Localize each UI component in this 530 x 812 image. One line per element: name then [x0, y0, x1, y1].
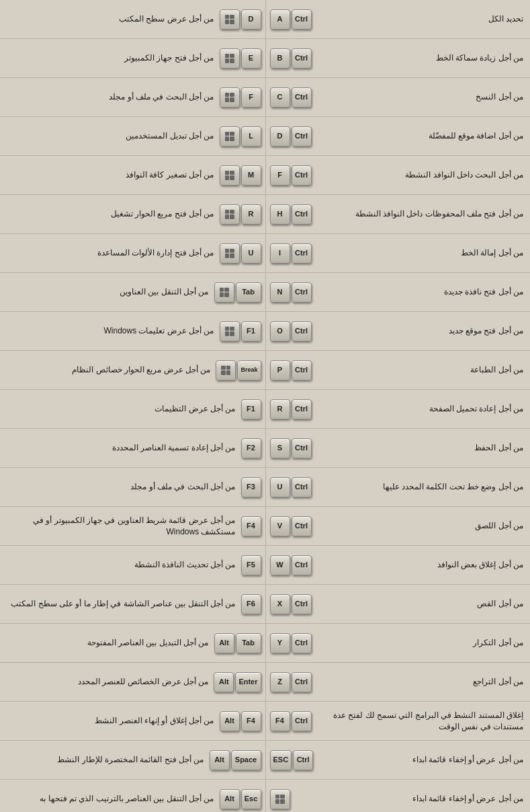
left-key-area: F4Alt — [220, 711, 261, 731]
right-half: من أجل زيادة سماكة الخطCtrlB — [265, 39, 531, 77]
left-half: M من أجل تصغير كافة النوافذ — [0, 156, 265, 194]
key-⊞ — [220, 9, 240, 30]
right-key-area: CtrlN — [270, 282, 312, 302]
left-key-area: F5 — [241, 555, 261, 575]
key-⊞ — [220, 165, 240, 186]
left-half: F3من أجل البحث في ملف أو مجلد — [0, 468, 265, 506]
left-key-area: EscAlt — [220, 789, 261, 809]
key-z: Z — [270, 672, 290, 692]
right-key-area: CtrlY — [270, 633, 312, 653]
left-half: F6من أجل التنقل بين عناصر الشاشة في إطار… — [0, 585, 265, 623]
left-description: من أجل عرض تعليمات Windows — [4, 324, 217, 338]
main-container: تحديد الكلCtrlAD من أجل عرض سطح المكتبمن… — [0, 0, 530, 812]
right-description: من أجل التراجع — [314, 675, 527, 689]
right-key-area — [270, 789, 290, 809]
left-description: من أجل فتح جهاز الكمبيوتر — [4, 51, 217, 65]
right-half: تحديد الكلCtrlA — [265, 0, 531, 38]
right-half: من أجل فتح نافذة جديدةCtrlN — [265, 273, 531, 311]
key-⊞ — [220, 87, 240, 108]
right-half: من أجل إعادة تحميل الصفحةCtrlR — [265, 390, 531, 428]
right-half: من أجل التراجعCtrlZ — [265, 663, 531, 701]
key-tab: Tab — [236, 282, 261, 302]
table-row: من أجل عرض أو إخفاء قائمة ابداءCtrlESCSp… — [0, 741, 530, 780]
table-row: تحديد الكلCtrlAD من أجل عرض سطح المكتب — [0, 0, 530, 39]
key-f6: F6 — [241, 594, 261, 614]
key-ctrl: Ctrl — [292, 555, 312, 575]
left-description: من أجل عرض مربع الحوار خصائص النظام — [4, 363, 213, 377]
left-description: من أجل البحث في ملف أو مجلد — [4, 90, 217, 104]
left-half: Tab من أجل التنقل بين العناوين — [0, 273, 265, 311]
left-half: SpaceAltمن أجل فتح القائمة المختصرة للإط… — [0, 741, 265, 779]
right-key-area: CtrlF — [270, 165, 312, 186]
left-half: TabAltمن أجل التبديل بين العناصر المفتوح… — [0, 624, 265, 662]
key-f2: F2 — [241, 438, 261, 458]
key-ctrl: Ctrl — [292, 633, 312, 653]
left-description: من أجل عرض التظيمات — [4, 402, 238, 416]
right-description: من أجل عرض أو إخفاء قائمة ابداء — [316, 753, 526, 767]
right-half: من أجل فتح ملف المحفوظات داخل النوافذ ال… — [265, 195, 531, 233]
key-alt: Alt — [214, 672, 234, 692]
right-half: من أجل عرض أو إخفاء قائمة ابداءCtrlESC — [265, 741, 531, 779]
right-key-area: CtrlZ — [270, 672, 312, 692]
left-key-area: F — [220, 87, 261, 108]
right-description: من أجل التكرار — [314, 636, 527, 650]
right-description: من أجل اللصق — [314, 519, 527, 533]
table-row: من أجل فتح موقع جديدCtrlOF1 من أجل عرض ت… — [0, 312, 530, 351]
left-key-area: L — [220, 126, 261, 147]
key-ctrl: Ctrl — [292, 204, 312, 225]
left-description: من أجل التبديل بين العناصر المفتوحة — [4, 636, 212, 650]
key-ctrl: Ctrl — [292, 87, 312, 108]
key-ctrl: Ctrl — [292, 516, 312, 536]
table-row: من أجل اللصقCtrlVF4من أجل عرض قائمة شريط… — [0, 507, 530, 546]
left-half: F4من أجل عرض قائمة شريط العناوين في جهاز… — [0, 507, 265, 545]
right-key-area: CtrlI — [270, 243, 312, 263]
key-⊞ — [270, 789, 290, 809]
table-row: من أجل عرض أو إخفاء قائمة ابداء EscAltمن… — [0, 780, 530, 812]
left-half: F4Altمن أجل إغلاق أو إنهاء العنصر النشط — [0, 702, 265, 740]
left-key-area: F1 — [220, 321, 261, 341]
key-ctrl: Ctrl — [292, 360, 312, 380]
right-key-area: CtrlR — [270, 399, 312, 419]
left-description: من أجل إعادة تسمية العناصر المحددة — [4, 441, 238, 455]
right-key-area: CtrlB — [270, 48, 312, 69]
left-description: من أجل إغلاق أو إنهاء العنصر النشط — [4, 714, 217, 728]
key-p: P — [270, 360, 290, 380]
table-row: من أجل إمالة الخطCtrlIU من أجل فتح إدارة… — [0, 234, 530, 273]
right-description: من أجل عرض أو إخفاء قائمة ابداء — [293, 792, 527, 806]
right-half: من أجل إمالة الخطCtrlI — [265, 234, 531, 272]
key-⊞ — [220, 126, 240, 147]
left-key-area: F4 — [241, 516, 261, 536]
right-description: من أجل اضافة موقع للمفضّلة — [314, 129, 527, 143]
left-half: D من أجل عرض سطح المكتب — [0, 0, 265, 38]
key-l: L — [241, 126, 261, 147]
key-y: Y — [270, 633, 290, 653]
right-description: من أجل الطباعة — [314, 363, 527, 377]
right-description: من أجل فتح موقع جديد — [314, 324, 527, 338]
left-key-area: Tab — [214, 282, 261, 302]
right-key-area: CtrlU — [270, 477, 312, 497]
left-key-area: TabAlt — [214, 633, 261, 653]
table-row: إغلاق المستند النشط في البرامج التي تسمح… — [0, 702, 530, 741]
right-description: إغلاق المستند النشط في البرامج التي تسمح… — [314, 708, 527, 734]
table-row: من أجل التراجعCtrlZEnterAltمن أجل عرض ال… — [0, 663, 530, 702]
left-description: من أجل تحديث النافذة النشطة — [4, 558, 238, 572]
left-key-area: F6 — [241, 594, 261, 614]
key-break: Break — [237, 360, 261, 380]
key-f3: F3 — [241, 477, 261, 497]
left-half: R من أجل فتح مربع الحوار تشغيل — [0, 195, 265, 233]
left-half: Break من أجل عرض مربع الحوار خصائص النظا… — [0, 351, 265, 389]
left-description: من أجل تبديل المستخدمين — [4, 129, 217, 143]
key-u: U — [241, 243, 261, 263]
key-f: F — [241, 87, 261, 108]
key-ctrl: Ctrl — [292, 399, 312, 419]
key-u: U — [270, 477, 290, 497]
left-half: F1 من أجل عرض تعليمات Windows — [0, 312, 265, 350]
key-ctrl: Ctrl — [292, 321, 312, 341]
left-half: F5من أجل تحديث النافذة النشطة — [0, 546, 265, 584]
key-x: X — [270, 594, 290, 614]
left-half: F1من أجل عرض التظيمات — [0, 390, 265, 428]
left-half: EscAltمن أجل التنقل بين العناصر بالترتيب… — [0, 780, 265, 812]
right-key-area: CtrlS — [270, 438, 312, 458]
left-description: من أجل عرض سطح المكتب — [4, 12, 217, 26]
left-description: من أجل التنقل بين العناوين — [4, 285, 212, 299]
